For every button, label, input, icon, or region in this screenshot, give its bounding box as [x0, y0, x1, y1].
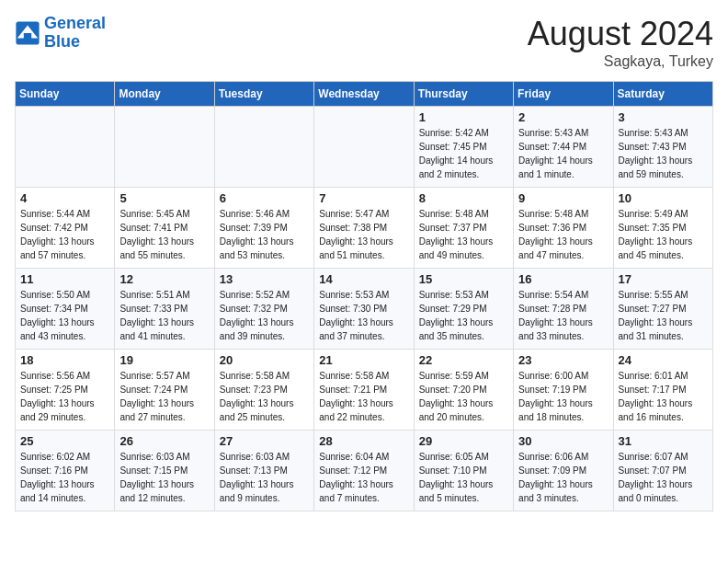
logo-text: General Blue [44, 15, 106, 52]
day-number: 21 [319, 353, 408, 367]
info-line: and 53 minutes. [220, 250, 285, 260]
day-cell: 7Sunrise: 5:47 AMSunset: 7:38 PMDaylight… [314, 188, 414, 269]
day-info: Sunrise: 5:52 AMSunset: 7:32 PMDaylight:… [220, 288, 309, 343]
info-line: Sunset: 7:27 PM [619, 304, 687, 314]
day-cell: 26Sunrise: 6:03 AMSunset: 7:15 PMDayligh… [115, 431, 214, 511]
info-line: Sunrise: 5:58 AM [319, 371, 389, 381]
day-number: 29 [419, 434, 508, 448]
info-line: Sunset: 7:29 PM [419, 304, 487, 314]
info-line: Daylight: 13 hours [119, 398, 194, 408]
day-cell: 3Sunrise: 5:43 AMSunset: 7:43 PMDaylight… [613, 107, 712, 188]
day-number: 22 [419, 353, 508, 367]
info-line: and 0 minutes. [619, 493, 679, 503]
day-cell: 29Sunrise: 6:05 AMSunset: 7:10 PMDayligh… [414, 431, 513, 511]
info-line: Sunset: 7:38 PM [319, 223, 387, 233]
day-number: 2 [518, 110, 608, 124]
day-cell: 10Sunrise: 5:49 AMSunset: 7:35 PMDayligh… [613, 188, 712, 269]
info-line: Daylight: 13 hours [319, 236, 393, 247]
col-tuesday: Tuesday [214, 82, 313, 107]
info-line: and 16 minutes. [619, 412, 684, 422]
day-number: 20 [220, 353, 309, 367]
info-line: Sunrise: 5:57 AM [119, 371, 189, 381]
day-info: Sunrise: 6:00 AMSunset: 7:19 PMDaylight:… [518, 369, 608, 424]
info-line: Sunset: 7:07 PM [619, 465, 687, 476]
day-info: Sunrise: 6:03 AMSunset: 7:15 PMDaylight:… [119, 450, 209, 505]
info-line: Sunset: 7:45 PM [419, 142, 487, 152]
day-number: 6 [220, 191, 309, 205]
day-number: 17 [619, 272, 708, 286]
info-line: Daylight: 13 hours [619, 236, 693, 247]
day-info: Sunrise: 6:06 AMSunset: 7:09 PMDaylight:… [518, 450, 608, 505]
day-number: 28 [319, 434, 408, 448]
info-line: Daylight: 13 hours [619, 479, 693, 489]
info-line: and 7 minutes. [319, 493, 380, 503]
info-line: Sunset: 7:10 PM [419, 465, 487, 476]
day-cell: 20Sunrise: 5:58 AMSunset: 7:23 PMDayligh… [214, 350, 313, 431]
info-line: Daylight: 13 hours [319, 479, 393, 489]
day-cell [314, 107, 414, 188]
svg-rect-2 [24, 33, 31, 40]
info-line: Daylight: 13 hours [220, 317, 294, 327]
info-line: and 45 minutes. [619, 250, 684, 260]
calendar-table: Sunday Monday Tuesday Wednesday Thursday… [15, 81, 713, 511]
info-line: Sunrise: 5:48 AM [419, 209, 489, 219]
info-line: Sunset: 7:36 PM [518, 223, 586, 233]
day-number: 7 [319, 191, 408, 205]
info-line: Sunset: 7:30 PM [319, 304, 387, 314]
info-line: Daylight: 13 hours [419, 479, 494, 489]
day-cell: 25Sunrise: 6:02 AMSunset: 7:16 PMDayligh… [16, 431, 115, 511]
day-info: Sunrise: 5:47 AMSunset: 7:38 PMDaylight:… [319, 207, 408, 262]
info-line: Sunrise: 5:44 AM [20, 209, 90, 219]
day-info: Sunrise: 5:58 AMSunset: 7:23 PMDaylight:… [220, 369, 309, 424]
day-cell: 6Sunrise: 5:46 AMSunset: 7:39 PMDaylight… [214, 188, 313, 269]
info-line: Sunrise: 5:42 AM [419, 128, 489, 138]
col-sunday: Sunday [16, 82, 115, 107]
info-line: Sunrise: 6:01 AM [619, 371, 688, 381]
info-line: Sunrise: 6:06 AM [518, 452, 588, 462]
col-monday: Monday [115, 82, 214, 107]
day-number: 1 [419, 110, 508, 124]
day-info: Sunrise: 6:01 AMSunset: 7:17 PMDaylight:… [619, 369, 708, 424]
info-line: Sunrise: 5:50 AM [20, 290, 90, 300]
day-number: 4 [20, 191, 109, 205]
day-number: 26 [119, 434, 209, 448]
day-number: 16 [518, 272, 608, 286]
day-info: Sunrise: 5:46 AMSunset: 7:39 PMDaylight:… [220, 207, 309, 262]
day-info: Sunrise: 5:49 AMSunset: 7:35 PMDaylight:… [619, 207, 708, 262]
day-info: Sunrise: 5:54 AMSunset: 7:28 PMDaylight:… [518, 288, 608, 343]
day-number: 14 [319, 272, 408, 286]
day-number: 10 [619, 191, 708, 205]
day-cell: 17Sunrise: 5:55 AMSunset: 7:27 PMDayligh… [613, 269, 712, 350]
week-row-0: 1Sunrise: 5:42 AMSunset: 7:45 PMDaylight… [16, 107, 713, 188]
info-line: Sunrise: 6:04 AM [319, 452, 389, 462]
day-cell: 18Sunrise: 5:56 AMSunset: 7:25 PMDayligh… [16, 350, 115, 431]
day-cell: 14Sunrise: 5:53 AMSunset: 7:30 PMDayligh… [314, 269, 414, 350]
day-cell: 27Sunrise: 6:03 AMSunset: 7:13 PMDayligh… [214, 431, 313, 511]
day-number: 18 [20, 353, 109, 367]
info-line: Daylight: 13 hours [20, 317, 95, 327]
day-info: Sunrise: 5:57 AMSunset: 7:24 PMDaylight:… [119, 369, 209, 424]
day-number: 5 [119, 191, 209, 205]
info-line: Sunset: 7:35 PM [619, 223, 687, 233]
info-line: Sunset: 7:19 PM [518, 385, 586, 395]
info-line: Sunset: 7:42 PM [20, 223, 88, 233]
info-line: and 31 minutes. [619, 331, 684, 341]
day-cell: 21Sunrise: 5:58 AMSunset: 7:21 PMDayligh… [314, 350, 414, 431]
info-line: Sunrise: 6:05 AM [419, 452, 489, 462]
info-line: and 27 minutes. [119, 412, 185, 422]
day-cell: 22Sunrise: 5:59 AMSunset: 7:20 PMDayligh… [414, 350, 513, 431]
info-line: Daylight: 13 hours [419, 317, 494, 327]
day-cell: 12Sunrise: 5:51 AMSunset: 7:33 PMDayligh… [115, 269, 214, 350]
day-info: Sunrise: 6:03 AMSunset: 7:13 PMDaylight:… [220, 450, 309, 505]
info-line: and 39 minutes. [220, 331, 285, 341]
info-line: and 9 minutes. [220, 493, 280, 503]
info-line: and 35 minutes. [419, 331, 484, 341]
info-line: Daylight: 13 hours [619, 317, 693, 327]
info-line: Sunrise: 5:48 AM [518, 209, 588, 219]
info-line: Sunset: 7:24 PM [119, 385, 188, 395]
info-line: Sunrise: 5:59 AM [419, 371, 489, 381]
day-number: 30 [518, 434, 608, 448]
day-number: 13 [220, 272, 309, 286]
info-line: Daylight: 13 hours [220, 236, 294, 247]
info-line: Sunrise: 5:56 AM [20, 371, 90, 381]
